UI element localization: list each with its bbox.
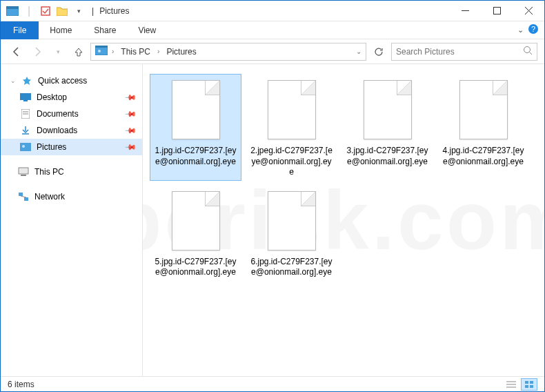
search-input[interactable] [396,47,519,57]
tab-share[interactable]: Share [83,21,127,39]
thumbnails-view-button[interactable] [521,378,537,391]
explorer-icon [5,3,20,19]
recent-dropdown-icon[interactable]: ▾ [49,43,67,61]
up-button[interactable] [70,43,88,61]
tab-home[interactable]: Home [39,21,83,39]
svg-rect-19 [20,143,31,151]
maximize-button[interactable] [481,1,513,21]
desktop-icon [20,92,31,103]
chevron-right-icon[interactable]: › [157,48,159,55]
chevron-down-icon: ⌄ [10,77,16,84]
file-name: 3.jpg.id-C279F237.[eye@onionmail.org].ey… [344,146,430,167]
breadcrumb-this-pc[interactable]: This PC [118,47,153,57]
quick-access-toolbar: | ▾ [1,3,86,19]
nav-label: This PC [34,167,64,177]
network-icon [18,191,29,202]
svg-rect-32 [530,385,533,388]
qat-separator: | [21,3,37,19]
tab-view[interactable]: View [127,21,167,39]
properties-icon[interactable] [38,3,53,19]
minimize-button[interactable] [449,1,481,21]
star-icon [21,75,32,86]
help-icon[interactable]: ? [528,23,539,37]
pictures-folder-icon [95,46,108,58]
refresh-button[interactable] [369,43,388,61]
svg-rect-14 [20,93,31,100]
file-name: 4.jpg.id-C279F237.[eye@onionmail.org].ey… [440,146,526,167]
nav-label: Network [34,192,65,202]
nav-label: Documents [37,109,79,119]
file-item[interactable]: 2.jpeg.id-C279F237.[eye@onionmail.org].e… [246,74,337,181]
svg-rect-29 [525,381,528,384]
address-box[interactable]: › This PC › Pictures ⌄ [90,43,366,61]
forward-button[interactable] [28,43,46,61]
close-button[interactable] [513,1,544,21]
nav-quick-access[interactable]: ⌄ Quick access [1,72,142,89]
chevron-right-icon[interactable]: › [112,48,114,55]
nav-label: Quick access [38,76,87,86]
file-item[interactable]: 1.jpg.id-C279F237.[eye@onionmail.org].ey… [150,74,241,181]
ribbon: File Home Share View ⌄ ? [1,21,544,39]
item-count: 6 items [8,380,34,389]
content-pane[interactable]: pcrisk.com 1.jpg.id-C279F237.[eye@onionm… [143,64,544,376]
pin-icon: 📌 [123,124,137,137]
file-tab[interactable]: File [1,21,39,39]
navigation-pane: ⌄ Quick access Desktop 📌 Documents 📌 Dow… [1,64,143,376]
back-button[interactable] [8,43,26,61]
nav-label: Downloads [37,126,77,135]
svg-rect-10 [95,46,108,48]
file-icon [259,77,325,143]
file-name: 5.jpg.id-C279F237.[eye@onionmail.org].ey… [152,257,239,278]
pin-icon: 📌 [123,107,137,120]
svg-rect-15 [23,100,28,101]
file-icon [163,188,229,254]
this-pc-icon [18,166,29,177]
nav-desktop[interactable]: Desktop 📌 [1,89,142,106]
svg-rect-31 [525,385,528,388]
file-item[interactable]: 5.jpg.id-C279F237.[eye@onionmail.org].ey… [150,185,241,281]
file-icon [163,77,229,143]
pictures-icon [20,141,31,153]
search-box[interactable] [391,43,537,61]
file-item[interactable]: 3.jpg.id-C279F237.[eye@onionmail.org].ey… [341,74,433,181]
svg-rect-2 [41,7,50,15]
svg-point-12 [524,46,531,52]
svg-rect-4 [493,8,500,14]
nav-network[interactable]: › Network [1,188,142,205]
nav-pictures[interactable]: Pictures 📌 [1,139,142,155]
pin-icon: 📌 [123,140,137,153]
file-item[interactable]: 4.jpg.id-C279F237.[eye@onionmail.org].ey… [437,74,529,181]
nav-label: Desktop [37,92,67,102]
expand-ribbon-icon[interactable]: ⌄ [517,26,524,35]
breadcrumb-pictures[interactable]: Pictures [164,47,199,57]
svg-rect-9 [95,47,108,55]
qat-dropdown-icon[interactable]: ▾ [71,3,86,19]
downloads-icon [20,125,31,136]
nav-this-pc[interactable]: › This PC [1,164,142,180]
new-folder-icon[interactable] [54,3,70,19]
svg-text:?: ? [531,25,535,33]
pin-icon: 📌 [123,90,137,104]
file-icon [355,77,421,143]
window-controls [449,1,544,21]
svg-point-11 [98,50,101,52]
svg-rect-1 [6,6,19,9]
file-icon [259,188,325,254]
details-view-button[interactable] [503,378,519,391]
svg-line-13 [530,52,533,55]
svg-rect-21 [19,168,28,174]
nav-downloads[interactable]: Downloads 📌 [1,122,142,139]
file-name: 2.jpeg.id-C279F237.[eye@onionmail.org].e… [248,146,335,178]
body: ⌄ Quick access Desktop 📌 Documents 📌 Dow… [1,64,544,376]
address-dropdown-icon[interactable]: ⌄ [356,48,361,55]
file-item[interactable]: 6.jpg.id-C279F237.[eye@onionmail.org].ey… [246,185,337,281]
statusbar: 6 items [1,376,544,392]
window-title: Pictures [99,6,129,16]
nav-documents[interactable]: Documents 📌 [1,106,142,122]
svg-rect-30 [530,381,533,384]
search-icon[interactable] [523,46,533,58]
nav-label: Pictures [37,142,66,152]
addressbar: ▾ › This PC › Pictures ⌄ [1,39,544,64]
documents-icon [20,108,31,119]
svg-line-25 [21,196,26,197]
